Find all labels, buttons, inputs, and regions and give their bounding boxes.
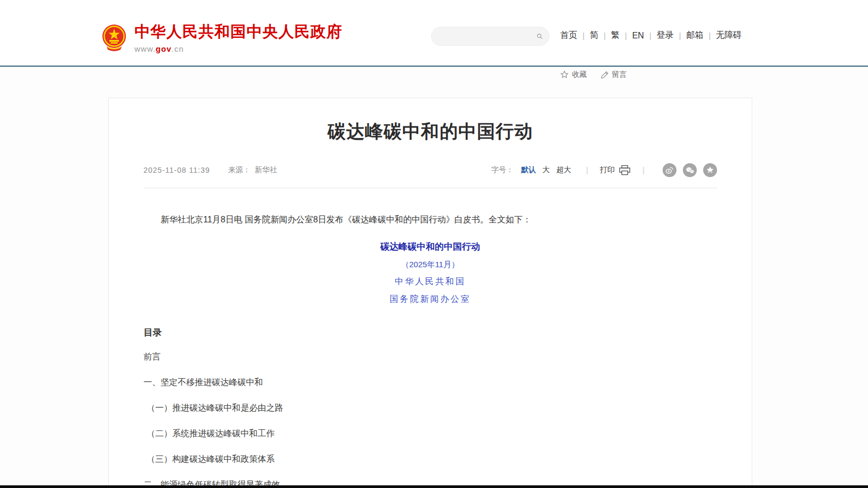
share-weibo-button[interactable] <box>663 163 676 177</box>
page-actions: 收藏 留言 <box>560 70 641 79</box>
meta-separator: | <box>642 166 644 174</box>
comment-button[interactable]: 留言 <box>601 70 627 79</box>
publish-date: 2025-11-08 11:39 <box>144 166 210 174</box>
print-label: 打印 <box>600 165 615 175</box>
share-group <box>656 163 717 177</box>
favorite-label: 收藏 <box>572 70 587 79</box>
url-suffix: .cn <box>172 44 184 53</box>
wechat-icon <box>686 166 695 174</box>
nav-item-home[interactable]: 首页 <box>555 30 583 41</box>
fontsize-xlarge-button[interactable]: 超大 <box>556 165 571 175</box>
search-input[interactable] <box>432 28 537 44</box>
fontsize-large-button[interactable]: 大 <box>543 165 550 175</box>
source-label: 来源： <box>228 165 250 175</box>
share-qzone-button[interactable] <box>703 163 717 177</box>
url-prefix: www. <box>134 44 156 53</box>
site-url: www.gov.cn <box>134 44 343 53</box>
search-icon[interactable] <box>537 31 543 42</box>
toc-item-section1: 一、坚定不移推进碳达峰碳中和 <box>144 377 717 388</box>
toc-item-section1-2: （二）系统推进碳达峰碳中和工作 <box>144 428 717 439</box>
nav-item-simplified[interactable]: 简 <box>585 30 604 41</box>
toc-list: 前言 一、坚定不移推进碳达峰碳中和 （一）推进碳达峰碳中和是必由之路 （二）系统… <box>144 351 717 488</box>
favorite-button[interactable]: 收藏 <box>560 70 587 79</box>
page: 中华人民共和国中央人民政府 www.gov.cn 首页 | 简 | 繁 | EN… <box>0 0 868 488</box>
toc-item-section1-3: （三）构建碳达峰碳中和政策体系 <box>144 454 717 465</box>
site-title: 中华人民共和国中央人民政府 <box>134 21 343 43</box>
comment-label: 留言 <box>612 70 627 79</box>
fontsize-default-button[interactable]: 默认 <box>521 165 536 175</box>
article-meta-left: 2025-11-08 11:39 来源： 新华社 <box>144 165 277 175</box>
qzone-star-icon <box>706 166 714 174</box>
window-bottom-edge <box>0 485 868 488</box>
url-core: gov <box>156 44 172 53</box>
doc-title: 碳达峰碳中和的中国行动 <box>144 241 717 253</box>
top-nav: 首页 | 简 | 繁 | EN | 登录 | 邮箱 | 无障碍 <box>555 30 747 41</box>
nav-item-login[interactable]: 登录 <box>651 30 679 41</box>
article-card: 碳达峰碳中和的中国行动 2025-11-08 11:39 来源： 新华社 字号：… <box>108 98 752 488</box>
site-header: 中华人民共和国中央人民政府 www.gov.cn 首页 | 简 | 繁 | EN… <box>0 0 868 66</box>
header-divider <box>0 66 868 67</box>
printer-icon <box>619 165 631 175</box>
brand-text: 中华人民共和国中央人民政府 www.gov.cn <box>134 21 343 53</box>
nav-item-accessibility[interactable]: 无障碍 <box>711 30 747 41</box>
star-icon <box>560 70 569 79</box>
share-wechat-button[interactable] <box>683 163 697 177</box>
nav-item-traditional[interactable]: 繁 <box>606 30 625 41</box>
doc-date: （2025年11月） <box>144 260 717 270</box>
print-button[interactable]: 打印 <box>600 165 631 175</box>
article-meta-right: 字号： 默认 大 超大 | 打印 | <box>491 163 717 177</box>
nav-item-english[interactable]: EN <box>627 31 649 41</box>
toc-heading: 目录 <box>144 326 717 339</box>
site-brand[interactable]: 中华人民共和国中央人民政府 www.gov.cn <box>101 21 343 53</box>
source-value[interactable]: 新华社 <box>254 165 277 175</box>
search-box[interactable] <box>431 27 550 46</box>
toc-item-section1-1: （一）推进碳达峰碳中和是必由之路 <box>144 403 717 414</box>
national-emblem-logo <box>101 22 127 52</box>
doc-org-line2: 国务院新闻办公室 <box>144 294 717 305</box>
lead-paragraph: 新华社北京11月8日电 国务院新闻办公室8日发布《碳达峰碳中和的中国行动》白皮书… <box>144 213 717 227</box>
weibo-icon <box>665 166 674 174</box>
meta-separator: | <box>586 166 588 174</box>
article-title: 碳达峰碳中和的中国行动 <box>144 119 717 144</box>
fontsize-label: 字号： <box>491 165 514 175</box>
nav-item-mail[interactable]: 邮箱 <box>681 30 708 41</box>
doc-org-line1: 中华人民共和国 <box>144 276 717 287</box>
article-meta-row: 2025-11-08 11:39 来源： 新华社 字号： 默认 大 超大 | 打… <box>144 163 717 188</box>
toc-item-foreword: 前言 <box>144 351 717 363</box>
pencil-icon <box>601 71 609 79</box>
